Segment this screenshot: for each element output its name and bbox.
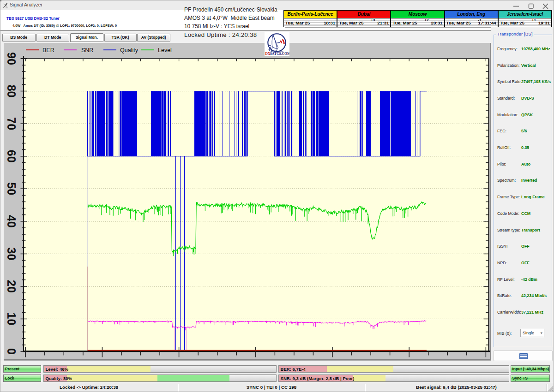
svg-text:BER: BER xyxy=(42,47,54,53)
svg-text:Quality: Quality xyxy=(120,47,138,53)
svg-text:80: 80 xyxy=(5,85,18,98)
svg-text:SNR: SNR xyxy=(81,47,93,53)
svg-text:0: 0 xyxy=(5,348,18,355)
svg-text:60: 60 xyxy=(5,150,18,163)
svg-text:50: 50 xyxy=(5,182,18,195)
svg-text:10: 10 xyxy=(5,313,18,326)
svg-text:90: 90 xyxy=(5,52,18,65)
svg-text:70: 70 xyxy=(5,117,18,130)
svg-text:Level: Level xyxy=(158,47,172,53)
svg-text:SATCS.COM: SATCS.COM xyxy=(270,52,289,56)
svg-text:40: 40 xyxy=(5,215,18,228)
svg-text:30: 30 xyxy=(5,247,18,260)
svg-text:20: 20 xyxy=(5,280,18,293)
